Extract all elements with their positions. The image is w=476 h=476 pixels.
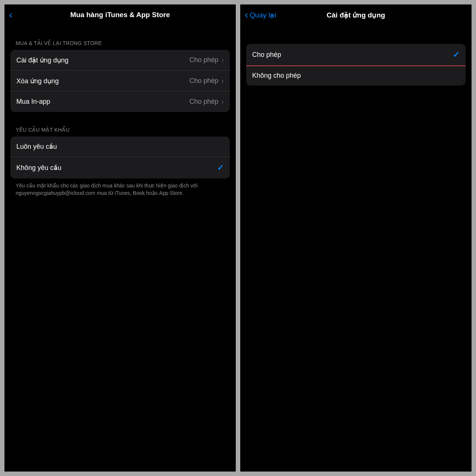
row-label: Không cho phép [252, 72, 301, 80]
row-install-apps[interactable]: Cài đặt ứng dụng Cho phép › [10, 50, 230, 70]
chevron-right-icon: › [221, 97, 224, 106]
section-header-purchases: MUA & TẢI VỀ LẠI TRONG STORE [4, 40, 236, 50]
chevron-right-icon: › [221, 77, 224, 85]
row-always-require[interactable]: Luôn yêu cầu [10, 136, 230, 157]
row-label: Xóa ứng dụng [16, 77, 59, 85]
row-label: Cho phép [252, 51, 281, 59]
row-allow[interactable]: Cho phép ✓ [246, 44, 466, 65]
nav-bar: ‹ Quay lại Cài đặt ứng dụng [240, 4, 472, 25]
row-label: Luôn yêu cầu [16, 142, 57, 151]
row-dont-require[interactable]: Không yêu cầu ✓ [10, 157, 230, 178]
checkmark-icon: ✓ [217, 163, 224, 173]
row-label: Mua In-app [16, 98, 50, 106]
group-password: Luôn yêu cầu Không yêu cầu ✓ [10, 136, 230, 178]
section-footer: Yêu cầu mật khẩu cho các giao dịch mua k… [4, 178, 236, 197]
back-button[interactable]: ‹ Quay lại [245, 10, 276, 20]
row-dont-allow[interactable]: Không cho phép [246, 65, 466, 86]
chevron-right-icon: › [221, 56, 224, 64]
row-delete-apps[interactable]: Xóa ứng dụng Cho phép › [10, 70, 230, 91]
section-header-password: YÊU CẦU MẬT KHẨU [4, 127, 236, 136]
page-title: Cài đặt ứng dụng [245, 11, 467, 19]
row-label: Cài đặt ứng dụng [16, 56, 68, 64]
left-panel: ‹ Mua hàng iTunes & App Store MUA & TẢI … [4, 4, 236, 472]
row-value: Cho phép [189, 56, 218, 64]
page-title: Mua hàng iTunes & App Store [9, 11, 231, 19]
right-panel: ‹ Quay lại Cài đặt ứng dụng Cho phép ✓ K… [240, 4, 472, 472]
nav-bar: ‹ Mua hàng iTunes & App Store [4, 4, 236, 25]
row-value: Cho phép [189, 77, 218, 85]
row-label: Không yêu cầu [16, 164, 61, 172]
group-purchases: Cài đặt ứng dụng Cho phép › Xóa ứng dụng… [10, 50, 230, 112]
back-button[interactable]: ‹ [9, 10, 14, 20]
back-label: Quay lại [250, 11, 276, 19]
row-value: Cho phép [189, 98, 218, 106]
row-in-app-purchases[interactable]: Mua In-app Cho phép › [10, 91, 230, 112]
group-allow-options: Cho phép ✓ Không cho phép [246, 44, 466, 86]
chevron-left-icon: ‹ [245, 10, 248, 20]
chevron-left-icon: ‹ [9, 10, 12, 20]
checkmark-icon: ✓ [453, 50, 460, 60]
